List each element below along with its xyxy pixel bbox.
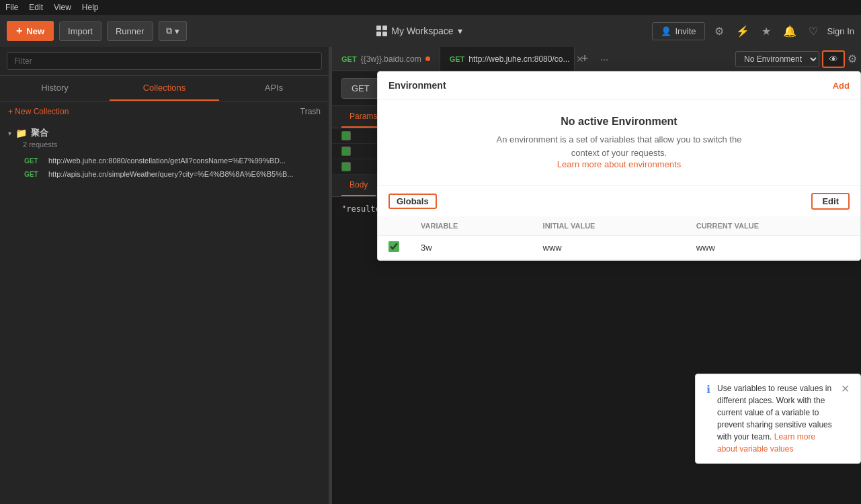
lightning-icon-button[interactable]: ⚡ [733, 22, 752, 40]
trash-button[interactable]: Trash [300, 107, 321, 116]
collection-item: ▾ 📁 聚合 2 requests [0, 122, 329, 154]
resp-tab-body[interactable]: Body [341, 175, 376, 196]
info-close-button[interactable]: ✕ [841, 382, 850, 395]
monitor-button[interactable]: ⧉ ▾ [159, 21, 187, 41]
new-collection-button[interactable]: + New Collection [8, 107, 69, 116]
tab-url-1: {{3w}}.baidu.com [361, 54, 421, 64]
env-row-variable: 3w [410, 236, 532, 260]
method-badge-get-2: GET [24, 171, 43, 178]
env-row-checkbox[interactable] [388, 241, 399, 252]
query-checkbox-3[interactable] [341, 162, 351, 171]
menu-bar: File Edit View Help [0, 0, 861, 15]
env-area: No Environment 👁 ⚙ [735, 50, 861, 68]
env-globals-header: Globals Edit [378, 186, 860, 216]
collection-arrow-icon: ▾ [8, 130, 11, 137]
star-icon-button[interactable]: ★ [759, 22, 774, 40]
collection-name: 聚合 [31, 127, 48, 139]
menu-view[interactable]: View [54, 3, 71, 12]
content-area: GET {{3w}}.baidu.com GET http://web.juhe… [332, 47, 861, 504]
add-env-button[interactable]: Add [833, 81, 850, 91]
heart-icon-button[interactable]: ♡ [806, 22, 821, 40]
tab-apis[interactable]: APIs [219, 76, 329, 101]
env-table: VARIABLE INITIAL VALUE CURRENT VALUE 3w … [378, 216, 860, 260]
toolbar-right: 👤 Invite ⚙ ⚡ ★ 🔔 ♡ Sign In [652, 22, 854, 40]
info-text: Use variables to reuse values in differe… [717, 382, 834, 455]
settings-icon-button[interactable]: ⚙ [712, 22, 727, 40]
monitor-chevron: ▾ [175, 26, 179, 36]
query-checkbox-2[interactable] [341, 146, 351, 156]
tab-url-2: http://web.juhe.cn:8080/co... [468, 54, 569, 64]
env-overlay-title: Environment [388, 80, 446, 91]
query-checkbox-1[interactable] [341, 131, 351, 140]
tab-item-1[interactable]: GET {{3w}}.baidu.com [332, 47, 440, 71]
request-item-1[interactable]: GET http://web.juhe.cn:8080/constellatio… [0, 154, 329, 167]
info-icon: ℹ [706, 383, 710, 396]
menu-file[interactable]: File [5, 3, 18, 12]
tab-collections[interactable]: Collections [110, 76, 219, 101]
env-overlay: Environment Add No active Environment An… [377, 71, 861, 261]
env-no-active-desc: An environment is a set of variables tha… [388, 133, 850, 159]
env-row-checkbox-cell [378, 236, 410, 260]
toolbar: + New Import Runner ⧉ ▾ My Workspace ▾ 👤… [0, 15, 861, 47]
tab-item-2[interactable]: GET http://web.juhe.cn:8080/co... ✕ [440, 47, 575, 71]
runner-button[interactable]: Runner [107, 22, 153, 41]
tab-more-button[interactable]: ··· [595, 54, 614, 65]
workspace-button[interactable]: My Workspace ▾ [376, 26, 462, 36]
bell-icon-button[interactable]: 🔔 [780, 22, 799, 40]
env-learn-link[interactable]: Learn more about environments [557, 159, 681, 169]
tab-history[interactable]: History [0, 76, 110, 101]
request-url-1: http://web.juhe.cn:8080/constellation/ge… [48, 157, 286, 165]
env-settings-button[interactable]: ⚙ [848, 52, 857, 65]
col-checkbox-header [378, 216, 410, 236]
col-initial-header: INITIAL VALUE [532, 216, 686, 236]
workspace-chevron-icon: ▾ [458, 26, 462, 36]
request-item-2[interactable]: GET http://apis.juhe.cn/simpleWeather/qu… [0, 167, 329, 181]
main-layout: History Collections APIs + New Collectio… [0, 47, 861, 504]
import-button[interactable]: Import [59, 22, 101, 41]
env-no-active-section: No active Environment An environment is … [378, 99, 860, 185]
search-input[interactable] [7, 52, 322, 70]
env-select[interactable]: No Environment [735, 51, 819, 67]
globals-label: Globals [388, 194, 437, 209]
monitor-icon: ⧉ [166, 26, 172, 36]
env-table-row: 3w www www [378, 236, 860, 260]
menu-help[interactable]: Help [82, 3, 99, 12]
sidebar-tabs: History Collections APIs [0, 76, 329, 101]
tab-add-button[interactable]: + [575, 52, 596, 66]
collection-count: 2 requests [8, 140, 321, 149]
sidebar: History Collections APIs + New Collectio… [0, 47, 329, 504]
env-no-active-title: No active Environment [388, 116, 850, 128]
new-button[interactable]: + New [7, 21, 54, 41]
col-variable-header: VARIABLE [410, 216, 532, 236]
menu-edit[interactable]: Edit [29, 3, 43, 12]
tab-method-1: GET [341, 55, 357, 63]
tabs-bar: GET {{3w}}.baidu.com GET http://web.juhe… [332, 47, 861, 71]
col-current-header: CURRENT VALUE [686, 216, 860, 236]
collection-header[interactable]: ▾ 📁 聚合 [8, 127, 321, 139]
tab-method-2: GET [450, 55, 465, 63]
env-overlay-header: Environment Add [378, 72, 860, 99]
tab-dot-1 [425, 56, 430, 61]
sidebar-search-area [0, 47, 329, 76]
invite-button[interactable]: 👤 Invite [652, 22, 704, 40]
plus-icon: + [16, 25, 22, 37]
method-badge-get: GET [24, 157, 43, 165]
edit-globals-button[interactable]: Edit [811, 193, 850, 210]
request-url-2: http://apis.juhe.cn/simpleWeather/query?… [48, 170, 294, 178]
env-row-initial: www [532, 236, 686, 260]
toolbar-center: My Workspace ▾ [192, 26, 647, 36]
collection-folder-icon: 📁 [15, 128, 27, 138]
workspace-icon [376, 26, 387, 36]
env-eye-button[interactable]: 👁 [822, 50, 845, 68]
sidebar-actions: + New Collection Trash [0, 101, 329, 122]
invite-icon: 👤 [661, 26, 671, 36]
env-globals-section: Globals Edit VARIABLE INITIAL VALUE CURR… [378, 185, 860, 260]
env-row-current: www [686, 236, 860, 260]
sign-in-link[interactable]: Sign In [827, 26, 854, 36]
info-banner: ℹ Use variables to reuse values in diffe… [695, 374, 861, 464]
